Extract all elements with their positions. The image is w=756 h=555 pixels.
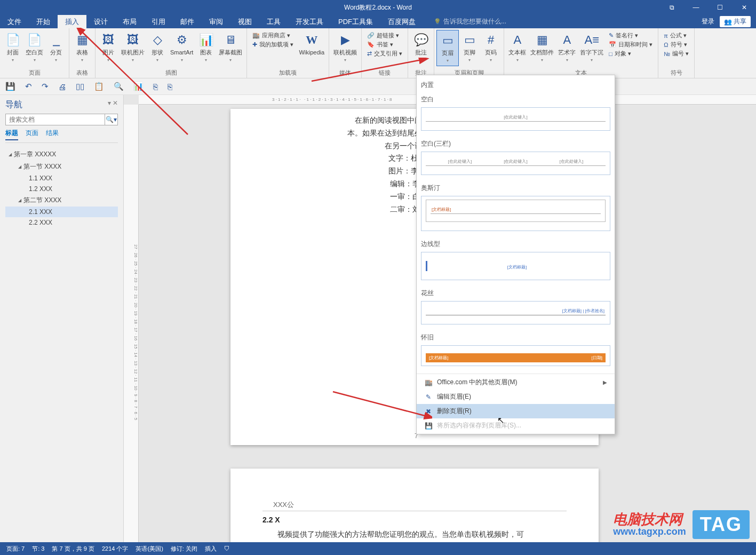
ribbon-形状[interactable]: ◇形状▾ — [147, 30, 168, 65]
gallery-item-怀旧[interactable]: [文档标题][日期] — [421, 345, 610, 366]
ribbon-图片[interactable]: 🖼图片▾ — [98, 30, 119, 65]
ribbon-分页[interactable]: ⎯分页▾ — [45, 30, 67, 65]
qat-button-3[interactable]: 🖨 — [58, 82, 66, 91]
ribbon-超链接[interactable]: 🔗超链接 ▾ — [365, 31, 404, 40]
status-item-6[interactable]: 插入 — [205, 545, 217, 553]
nav-tabs: 标题页面结果 — [5, 129, 118, 143]
outline-item[interactable]: 2.1 XXX — [5, 207, 118, 217]
ribbon-符号[interactable]: Ω符号 ▾ — [662, 40, 691, 49]
gallery-item-花丝[interactable]: [文档标题] | [作者姓名] — [421, 301, 610, 324]
section-title: 2.2 X — [262, 516, 567, 524]
gallery-item-空白(三栏)[interactable]: [在此处键入][在此处键入][在此处键入] — [421, 152, 610, 175]
ribbon-空白页[interactable]: 📄空白页▾ — [23, 30, 45, 65]
menu-tab-0[interactable]: 文件 — [0, 15, 29, 28]
qat-button-7[interactable]: 📊 — [133, 82, 144, 91]
gallery-menu-编辑页眉(E)[interactable]: ✎编辑页眉(E) — [417, 390, 615, 404]
ribbon-文本框[interactable]: A文本框▾ — [506, 30, 528, 65]
search-box[interactable]: 🔍▾ — [5, 114, 118, 125]
ribbon-表格[interactable]: ▦表格▾ — [71, 30, 93, 65]
qat-button-0[interactable]: 💾 — [5, 82, 15, 91]
ribbon-Wikipedia[interactable]: WWikipedia — [297, 30, 327, 58]
ribbon-日期和时间[interactable]: 📅日期和时间 ▾ — [607, 40, 655, 49]
close-button[interactable]: ✕ — [732, 0, 756, 15]
nav-options[interactable]: ▾ ✕ — [108, 99, 118, 110]
menu-tab-7[interactable]: 审阅 — [202, 15, 230, 28]
ribbon-display-options[interactable]: ⧉ — [660, 0, 684, 15]
ribbon-图表[interactable]: 📊图表▾ — [195, 30, 217, 65]
ribbon-我的加载项[interactable]: ✚我的加载项 ▾ — [250, 40, 296, 49]
outline-item[interactable]: 1.1 XXX — [5, 173, 118, 184]
ribbon-首字下沉[interactable]: A≡首字下沉▾ — [578, 30, 606, 65]
ribbon-签名行[interactable]: ✎签名行 ▾ — [607, 31, 655, 40]
qat-button-2[interactable]: ↷ — [42, 82, 49, 91]
menu-tab-8[interactable]: 视图 — [230, 15, 259, 28]
qat-button-5[interactable]: 📋 — [94, 82, 104, 91]
gallery-menu-删除页眉(R)[interactable]: ✖删除页眉(R) — [417, 404, 615, 418]
outline-item[interactable]: ◢第二节 XXXX — [5, 194, 118, 207]
ribbon-联机视频[interactable]: ▶联机视频▾ — [331, 30, 359, 65]
ribbon-对象[interactable]: □对象 ▾ — [607, 49, 655, 58]
login-link[interactable]: 登录 — [702, 17, 714, 26]
menu-tab-3[interactable]: 设计 — [86, 15, 115, 28]
status-item-7[interactable]: ⛉ — [224, 545, 230, 552]
status-item-2[interactable]: 第 7 页，共 9 页 — [52, 545, 94, 553]
search-input[interactable] — [6, 114, 105, 125]
qat-button-9[interactable]: ⎘ — [168, 82, 172, 91]
ribbon-页码[interactable]: #页码▾ — [480, 30, 502, 65]
ribbon-交叉引用[interactable]: ⇄交叉引用 ▾ — [365, 49, 404, 58]
minimize-button[interactable]: — — [684, 0, 708, 15]
maximize-button[interactable]: ☐ — [708, 0, 732, 15]
menu-tab-10[interactable]: 开发工具 — [288, 15, 331, 28]
gallery-item-边线型[interactable]: [文档标题] — [421, 252, 610, 280]
menu-tab-9[interactable]: 工具 — [259, 15, 288, 28]
ribbon-group-label: 媒体 — [329, 68, 361, 78]
ribbon-书签[interactable]: 🔖书签 ▾ — [365, 40, 404, 49]
ribbon-SmartArt[interactable]: ⚙SmartArt▾ — [168, 30, 195, 65]
nav-tab-页面[interactable]: 页面 — [26, 129, 38, 140]
status-item-3[interactable]: 2214 个字 — [102, 545, 129, 553]
ribbon-页眉[interactable]: ▭页眉▾ — [436, 30, 459, 66]
ribbon-联机图片[interactable]: 🖼联机图片▾ — [119, 30, 147, 65]
nav-tab-结果[interactable]: 结果 — [46, 129, 59, 140]
ribbon-页脚[interactable]: ▭页脚▾ — [459, 30, 480, 65]
ribbon-艺术字[interactable]: A艺术字▾ — [556, 30, 578, 65]
qat-button-6[interactable]: 🔍 — [114, 82, 124, 91]
ribbon-封面[interactable]: 📄封面▾ — [2, 30, 23, 65]
menu-tab-1[interactable]: 开始 — [29, 15, 58, 28]
menu-tab-5[interactable]: 引用 — [144, 15, 173, 28]
outline-item[interactable]: ◢第一章 XXXXX — [5, 148, 118, 161]
ribbon-group-label: 插图 — [96, 68, 246, 78]
page-header-area[interactable]: XXX公 — [262, 495, 567, 511]
gallery-item-空白[interactable]: [在此处键入] — [421, 107, 610, 131]
header-gallery-dropdown[interactable]: 内置空白[在此处键入]空白(三栏)[在此处键入][在此处键入][在此处键入]奥斯… — [416, 75, 615, 434]
search-icon[interactable]: 🔍▾ — [105, 114, 117, 125]
ribbon-批注[interactable]: 💬批注▾ — [410, 30, 432, 65]
status-item-5[interactable]: 修订: 关闭 — [171, 545, 197, 553]
share-button[interactable]: 👥 共享 — [720, 16, 751, 27]
outline-item[interactable]: ◢第一节 XXXX — [5, 161, 118, 173]
ribbon-文档部件[interactable]: ▦文档部件▾ — [528, 30, 556, 65]
ribbon-屏幕截图[interactable]: 🖥屏幕截图▾ — [217, 30, 244, 65]
menu-tab-6[interactable]: 邮件 — [173, 15, 202, 28]
outline-item[interactable]: 2.2 XXX — [5, 217, 118, 228]
menu-tab-2[interactable]: 插入 — [58, 15, 86, 28]
qat-button-4[interactable]: ▯▯ — [76, 82, 84, 91]
qat-button-8[interactable]: ⎘ — [153, 82, 158, 91]
ribbon-编号[interactable]: №编号 ▾ — [662, 49, 691, 58]
status-item-1[interactable]: 节: 3 — [32, 545, 44, 553]
menu-tab-11[interactable]: PDF工具集 — [331, 15, 380, 28]
qat-button-1[interactable]: ↶ — [25, 82, 32, 91]
menu-tab-4[interactable]: 布局 — [115, 15, 144, 28]
status-bar: 页面: 7节: 3第 7 页，共 9 页2214 个字英语(美国)修订: 关闭插… — [0, 542, 756, 555]
status-item-0[interactable]: 页面: 7 — [6, 545, 25, 553]
outline-item[interactable]: 1.2 XXX — [5, 184, 118, 194]
vertical-ruler[interactable]: 27 · 26 · 25 · 24 · 23 · 22 · 21 · 20 · … — [124, 105, 139, 555]
gallery-item-奥斯汀[interactable]: [文档标题] — [421, 196, 610, 231]
menu-tab-12[interactable]: 百度网盘 — [380, 15, 423, 28]
status-item-4[interactable]: 英语(美国) — [136, 545, 163, 553]
gallery-menu-Office.com 中的其他页眉(M)[interactable]: 🏬Office.com 中的其他页眉(M)▶ — [417, 375, 615, 390]
ribbon-应用商店[interactable]: 🏬应用商店 ▾ — [250, 31, 296, 40]
nav-tab-标题[interactable]: 标题 — [5, 129, 18, 140]
tell-me-input[interactable]: 告诉我您想要做什么... — [434, 17, 506, 26]
ribbon-公式[interactable]: π公式 ▾ — [662, 31, 691, 40]
